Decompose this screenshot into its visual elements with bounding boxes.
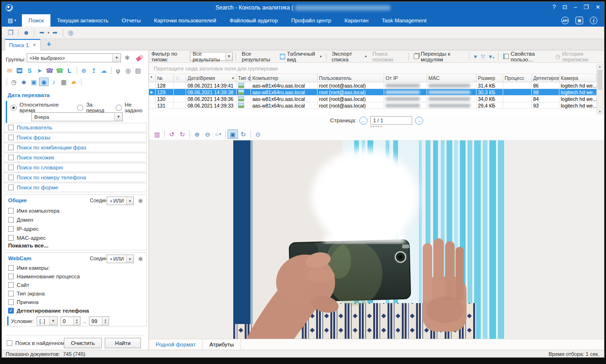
checkbox[interactable]	[8, 282, 14, 288]
section-user[interactable]: Пользователь	[4, 123, 147, 132]
type-filter-combobox[interactable]: Все результаты▼	[190, 52, 233, 61]
export-list-button[interactable]: Экспорт списка▾	[328, 52, 369, 61]
mail-icon[interactable]: ✉	[5, 66, 14, 75]
checkbox[interactable]	[8, 274, 14, 279]
tab-quarantine[interactable]: Карантин	[338, 14, 375, 27]
scrollbar-thumb[interactable]	[597, 70, 602, 90]
common-settings-icon[interactable]: ✱	[138, 197, 143, 205]
all-results-button[interactable]: Все результаты	[239, 52, 277, 61]
go-to-modules-button[interactable]: Переходы к модулям	[411, 52, 467, 61]
radio-period[interactable]: За период	[77, 102, 110, 113]
table-view-button[interactable]: Табличный вид▾	[277, 52, 324, 61]
folder-import-icon[interactable]: ➦	[50, 28, 61, 38]
table-row[interactable]: 131 08.06.2021 14:39:33 aas-w81x64ru.aas…	[149, 102, 596, 109]
join-combobox[interactable]: ◑ИЛИ▼	[107, 255, 134, 263]
user-search-icon[interactable]: ☻	[20, 28, 32, 38]
search-similar-button[interactable]: Поиск похожих	[369, 52, 406, 61]
checkbox[interactable]	[8, 125, 14, 130]
section-dictionary-search[interactable]: Поиск по словарю	[4, 163, 147, 172]
section-similar-search[interactable]: Поиск похожих	[4, 153, 147, 162]
tab-profile-center[interactable]: Профайл центр	[285, 14, 338, 27]
device-search-icon[interactable]: ◎	[123, 66, 133, 75]
checkbox[interactable]	[8, 299, 14, 305]
filter-funnel-1-icon[interactable]: ▼	[471, 54, 479, 59]
webcam-item-site[interactable]: Сайт	[8, 282, 30, 288]
viber-icon[interactable]: ☎	[45, 66, 54, 75]
condition-to-stepper[interactable]: 99▲▼	[89, 316, 109, 325]
tab-search[interactable]: Поиск	[22, 14, 50, 27]
webcam-item-screen-type[interactable]: Тип экрана	[8, 291, 45, 296]
chevron-down-icon[interactable]: ▼	[112, 54, 120, 62]
info-icon[interactable]: i	[590, 17, 597, 24]
checkbox[interactable]	[8, 208, 14, 214]
checkbox[interactable]	[8, 155, 14, 160]
next-page-button[interactable]: →	[415, 117, 423, 125]
tab-attributes[interactable]: Атрибуты	[203, 339, 241, 350]
checkbox[interactable]	[8, 217, 14, 223]
splitter-handle[interactable]: •••••	[149, 125, 604, 128]
cloud-icon[interactable]: ☁	[99, 66, 109, 75]
common-item-domain[interactable]: Домен	[8, 217, 33, 223]
tab-task-management[interactable]: Task Management	[375, 14, 433, 27]
join-combobox[interactable]: ◑ИЛИ▼	[107, 197, 134, 205]
printer-icon[interactable]: ▤	[133, 66, 143, 75]
section-form-search[interactable]: Поиск по форме	[4, 183, 147, 192]
telegram-icon[interactable]: ➤	[35, 66, 44, 75]
checkbox[interactable]	[8, 175, 14, 180]
radio-device-icon[interactable]: ▦	[59, 78, 69, 86]
zoom-out-icon[interactable]: ⊖	[202, 129, 213, 139]
group-by-bar[interactable]: Перетащите сюда заголовок поля для групп…	[149, 63, 604, 74]
folder-export-icon[interactable]: ➥	[36, 28, 48, 38]
webcam-icon[interactable]: ◉	[39, 78, 49, 86]
package-icon[interactable]: ▣	[576, 17, 583, 24]
find-button[interactable]: Найти	[105, 338, 141, 348]
checkbox[interactable]	[8, 235, 14, 241]
usb-icon[interactable]: ψ	[113, 66, 123, 75]
message-history-button[interactable]: ◷История переписки	[552, 52, 604, 61]
common-item-mac[interactable]: MAC-адрес	[8, 235, 46, 241]
tab-user-cards[interactable]: Карточки пользователей	[148, 14, 223, 27]
filter-funnel-2-icon[interactable]: ▽	[479, 53, 486, 59]
zoom-in-icon[interactable]: ⊕	[192, 129, 202, 139]
tab-file-auditor[interactable]: Файловый аудитор	[223, 14, 285, 27]
condition-from-stepper[interactable]: 0▲▼	[60, 316, 80, 325]
pin-button[interactable]: ⊡	[562, 4, 567, 10]
page-number-input[interactable]: 1 / 1	[370, 116, 412, 125]
webcam-item-reason[interactable]: Причина	[8, 299, 39, 305]
checkbox[interactable]	[8, 165, 14, 170]
lync-icon[interactable]: L	[65, 66, 74, 75]
tab-native-format[interactable]: Родной формат	[149, 339, 203, 350]
main-menu-button[interactable]: ▤▾	[2, 14, 22, 27]
section-phrase-search[interactable]: Поиск фразы	[4, 133, 147, 142]
groups-settings-icon[interactable]: ✱	[125, 54, 130, 61]
checkbox[interactable]	[8, 185, 14, 190]
skype-icon[interactable]: S	[25, 66, 34, 75]
checkbox[interactable]	[8, 145, 14, 150]
refresh-icon[interactable]: ↻	[238, 129, 248, 139]
windows-icon[interactable]: ❐	[5, 28, 16, 38]
tab-current-activity[interactable]: Текущая активность	[50, 14, 115, 27]
webcam-item-camera-name[interactable]: Имя камеры:	[8, 265, 50, 271]
export-image-icon[interactable]: ▥	[152, 129, 162, 139]
im-icon[interactable]: IM	[15, 66, 24, 75]
whatsapp-icon[interactable]: ☎	[55, 66, 64, 75]
checkbox[interactable]	[8, 291, 14, 296]
groups-combobox[interactable]: <Не выбрано> ▼	[27, 53, 121, 62]
close-tab-icon[interactable]: ✕	[32, 43, 36, 48]
restore-button[interactable]: ❐	[584, 4, 589, 10]
clock-icon[interactable]: ◷	[9, 78, 19, 86]
user-activity-icon[interactable]: ☻	[19, 78, 29, 86]
radio-not-set[interactable]: Не задано	[116, 102, 149, 113]
zoom-menu-icon[interactable]: ○▾	[213, 129, 223, 139]
section-phone-number-search[interactable]: Поиск по номеру телефона	[4, 173, 147, 182]
webcam-settings-icon[interactable]: ✱	[138, 256, 143, 263]
scroll-down-icon[interactable]: ▼	[597, 110, 603, 113]
user-properties-button[interactable]: Свойства пользо...	[500, 52, 552, 61]
http-icon[interactable]: ⊕	[79, 66, 89, 75]
eye-icon[interactable]: ⊙	[253, 129, 263, 139]
tab-reports[interactable]: Отчеты	[115, 14, 148, 27]
scroll-up-icon[interactable]: ▲	[597, 65, 603, 68]
search-tab-1[interactable]: Поиск 1 ✕	[5, 39, 40, 50]
show-all-link[interactable]: Показать все...	[8, 243, 49, 248]
close-button[interactable]: ✕	[596, 4, 600, 10]
